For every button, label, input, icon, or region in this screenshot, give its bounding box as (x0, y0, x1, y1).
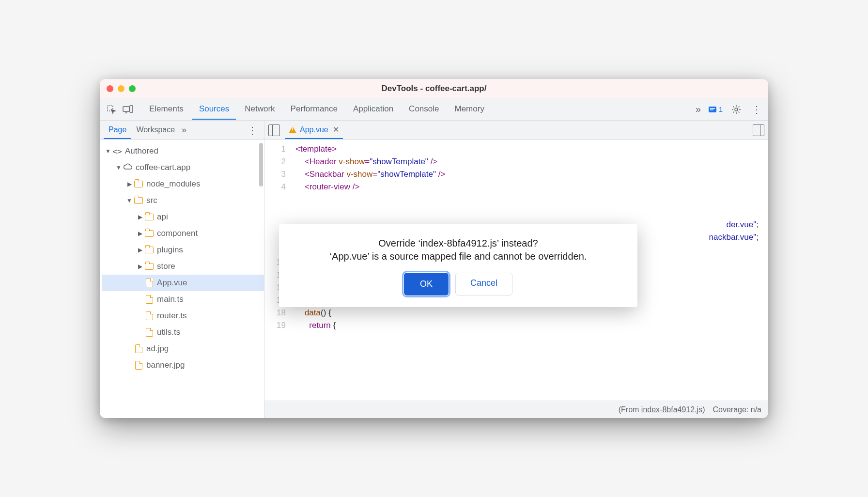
editor-tab[interactable]: App.vue ✕ (285, 121, 343, 139)
tree-folder-node-modules[interactable]: ▶node_modules (102, 176, 264, 192)
dialog-line-1: Override ‘index-8bfa4912.js’ instead? (294, 238, 623, 249)
toggle-debugger-icon[interactable] (753, 124, 764, 136)
tree-file-utils-ts[interactable]: utils.ts (102, 324, 264, 341)
toggle-navigator-icon[interactable] (268, 124, 280, 136)
tab-memory[interactable]: Memory (448, 99, 491, 120)
tab-console[interactable]: Console (402, 99, 446, 120)
editor-tab-label: App.vue (300, 125, 328, 134)
sidebar-tabs: PageWorkspace » ⋮ (100, 121, 264, 140)
sidebar-menu-icon[interactable]: ⋮ (245, 124, 260, 136)
tab-application[interactable]: Application (346, 99, 400, 120)
source-file-link[interactable]: index-8bfa4912.js (641, 405, 702, 414)
device-toggle-icon[interactable] (121, 103, 135, 116)
dialog-line-2: ‘App.vue’ is a source mapped file and ca… (294, 251, 623, 262)
cancel-button[interactable]: Cancel (455, 273, 512, 295)
svg-point-7 (735, 108, 738, 111)
tree-file-router-ts[interactable]: router.ts (102, 308, 264, 324)
dialog-buttons: OK Cancel (294, 273, 623, 295)
maximize-window-button[interactable] (129, 85, 136, 92)
svg-rect-5 (710, 108, 715, 109)
source-from: (From index-8bfa4912.js) (619, 405, 705, 414)
close-tab-icon[interactable]: ✕ (333, 125, 339, 134)
statusbar: (From index-8bfa4912.js) Coverage: n/a (264, 401, 768, 418)
tree-file-ad-jpg[interactable]: ad.jpg (102, 341, 264, 357)
issues-count: 1 (719, 105, 723, 113)
tree-domain[interactable]: ▼coffee-cart.app (102, 159, 264, 176)
svg-rect-6 (710, 109, 713, 110)
tree-folder-plugins[interactable]: ▶plugins (102, 242, 264, 258)
warning-icon (289, 126, 296, 133)
tab-network[interactable]: Network (238, 99, 281, 120)
close-window-button[interactable] (107, 85, 113, 92)
tree-folder-src[interactable]: ▼src (102, 192, 264, 209)
override-dialog: Override ‘index-8bfa4912.js’ instead? ‘A… (279, 224, 637, 307)
svg-rect-3 (130, 106, 133, 112)
more-tabs-icon[interactable]: » (692, 103, 705, 116)
minimize-window-button[interactable] (118, 85, 124, 92)
sidebar-tab-workspace[interactable]: Workspace (131, 122, 180, 139)
sidebar-more-icon[interactable]: » (182, 125, 186, 135)
sidebar: PageWorkspace » ⋮ ▼<>Authored▼coffee-car… (100, 121, 264, 418)
tree-folder-component[interactable]: ▶component (102, 225, 264, 242)
tab-sources[interactable]: Sources (192, 99, 236, 120)
window-title: DevTools - coffee-cart.app/ (382, 84, 487, 93)
devtools-window: DevTools - coffee-cart.app/ ElementsSour… (100, 79, 768, 418)
file-tree: ▼<>Authored▼coffee-cart.app▶node_modules… (100, 140, 264, 418)
tree-file-main-ts[interactable]: main.ts (102, 291, 264, 308)
settings-icon[interactable] (729, 103, 743, 116)
toolbar-right: 1 ⋮ (708, 103, 763, 116)
editor-tabbar: App.vue ✕ (264, 121, 768, 140)
tree-authored[interactable]: ▼<>Authored (102, 143, 264, 159)
svg-rect-1 (123, 107, 129, 111)
ok-button[interactable]: OK (404, 273, 449, 295)
tree-folder-api[interactable]: ▶api (102, 209, 264, 225)
main-toolbar: ElementsSourcesNetworkPerformanceApplica… (100, 98, 768, 121)
window-controls (107, 85, 136, 92)
panel-tabs: ElementsSourcesNetworkPerformanceApplica… (142, 99, 689, 120)
tab-elements[interactable]: Elements (142, 99, 190, 120)
kebab-menu-icon[interactable]: ⋮ (750, 103, 763, 116)
tree-file-App-vue[interactable]: App.vue (102, 275, 264, 291)
titlebar: DevTools - coffee-cart.app/ (100, 79, 768, 98)
coverage-label: Coverage: n/a (713, 405, 761, 414)
tree-file-banner-jpg[interactable]: banner.jpg (102, 357, 264, 373)
tree-folder-store[interactable]: ▶store (102, 258, 264, 275)
tree-scrollbar[interactable] (259, 143, 263, 186)
issues-badge[interactable]: 1 (708, 105, 723, 113)
sidebar-tab-page[interactable]: Page (104, 122, 131, 139)
inspect-icon[interactable] (105, 103, 118, 116)
tab-performance[interactable]: Performance (284, 99, 344, 120)
